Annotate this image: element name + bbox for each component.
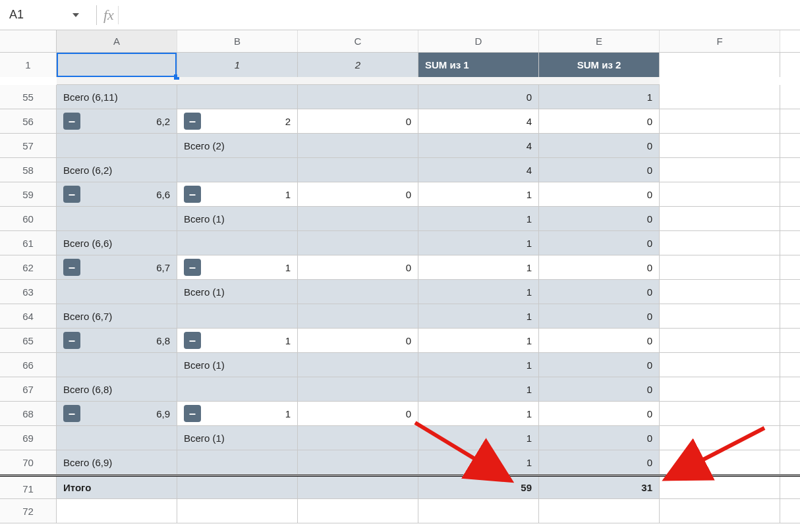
row-header[interactable]: 72 — [0, 499, 57, 523]
cell[interactable]: 0 — [539, 280, 660, 304]
cell[interactable] — [660, 182, 780, 206]
cell[interactable] — [660, 377, 780, 401]
row-header[interactable]: 66 — [0, 353, 57, 377]
cell[interactable]: 0 — [539, 109, 660, 133]
cell[interactable]: –6,9 — [57, 402, 177, 425]
cell[interactable] — [298, 499, 418, 523]
cell[interactable] — [660, 329, 780, 352]
cell[interactable]: 1 — [418, 207, 539, 230]
cell[interactable] — [298, 426, 418, 450]
cell[interactable] — [177, 304, 298, 328]
cell[interactable]: –6,7 — [57, 255, 177, 279]
cell[interactable]: 1 — [418, 353, 539, 377]
cell[interactable]: –1 — [177, 402, 298, 425]
cell[interactable]: –6,2 — [57, 109, 177, 133]
cell[interactable]: 1 — [418, 182, 539, 206]
cell[interactable] — [298, 280, 418, 304]
collapse-button[interactable]: – — [184, 259, 201, 276]
cell[interactable] — [57, 353, 177, 377]
collapse-button[interactable]: – — [63, 259, 80, 276]
cell[interactable] — [298, 450, 418, 474]
cell[interactable]: 0 — [539, 426, 660, 450]
cell[interactable] — [660, 304, 780, 328]
cell[interactable] — [57, 134, 177, 157]
cell[interactable] — [298, 158, 418, 182]
row-header[interactable]: 63 — [0, 280, 57, 304]
cell[interactable]: –1 — [177, 182, 298, 206]
cell-C1[interactable]: 2 — [298, 53, 418, 77]
cell[interactable] — [177, 450, 298, 474]
cell[interactable] — [57, 426, 177, 450]
cell[interactable]: 4 — [418, 158, 539, 182]
cell[interactable] — [57, 280, 177, 304]
cell[interactable] — [177, 499, 298, 523]
row-header[interactable]: 67 — [0, 377, 57, 401]
col-header-C[interactable]: C — [298, 30, 418, 52]
row-header[interactable]: 1 — [0, 53, 57, 77]
cell[interactable] — [177, 231, 298, 255]
cell[interactable]: 1 — [418, 377, 539, 401]
cell[interactable]: 1 — [539, 85, 660, 109]
cell[interactable] — [298, 134, 418, 157]
collapse-button[interactable]: – — [184, 405, 201, 422]
row-header[interactable]: 61 — [0, 231, 57, 255]
row-header[interactable]: 70 — [0, 450, 57, 474]
col-header-F[interactable]: F — [660, 30, 780, 52]
cell[interactable]: 1 — [418, 402, 539, 425]
row-header[interactable]: 55 — [0, 85, 57, 109]
cell[interactable] — [660, 255, 780, 279]
cell[interactable]: Итого — [57, 477, 177, 498]
cell[interactable]: –1 — [177, 329, 298, 352]
cell[interactable]: 0 — [539, 377, 660, 401]
cell[interactable] — [177, 158, 298, 182]
col-header-D[interactable]: D — [418, 30, 539, 52]
cell[interactable]: Всего (1) — [177, 207, 298, 230]
cell[interactable]: Всего (6,7) — [57, 304, 177, 328]
col-header-A[interactable]: A — [57, 30, 177, 52]
cell[interactable]: 0 — [539, 450, 660, 474]
cell[interactable]: 0 — [539, 255, 660, 279]
cell[interactable]: 0 — [539, 329, 660, 352]
cell[interactable]: Всего (6,2) — [57, 158, 177, 182]
cell[interactable] — [298, 377, 418, 401]
cell[interactable] — [660, 158, 780, 182]
cell-F1[interactable] — [660, 53, 780, 77]
cell[interactable] — [177, 377, 298, 401]
cell[interactable]: 0 — [539, 134, 660, 157]
name-box[interactable] — [4, 5, 82, 24]
collapse-button[interactable]: – — [63, 186, 80, 203]
cell[interactable]: 0 — [539, 402, 660, 425]
cell[interactable] — [660, 353, 780, 377]
cell[interactable]: 1 — [418, 426, 539, 450]
cell[interactable] — [660, 499, 780, 523]
row-header[interactable]: 57 — [0, 134, 57, 157]
cell[interactable]: 0 — [298, 182, 418, 206]
cell[interactable] — [177, 85, 298, 109]
row-header[interactable]: 64 — [0, 304, 57, 328]
cell-D1[interactable]: SUM из 1 — [418, 53, 539, 77]
row-header[interactable]: 62 — [0, 255, 57, 279]
cell[interactable] — [298, 207, 418, 230]
row-header[interactable]: 69 — [0, 426, 57, 450]
col-header-B[interactable]: B — [177, 30, 298, 52]
cell[interactable]: 1 — [418, 329, 539, 352]
cell[interactable]: Всего (6,9) — [57, 450, 177, 474]
cell[interactable]: 0 — [298, 329, 418, 352]
col-header-E[interactable]: E — [539, 30, 660, 52]
cell[interactable]: 0 — [539, 231, 660, 255]
row-header[interactable]: 71 — [0, 477, 57, 498]
row-header[interactable]: 60 — [0, 207, 57, 230]
cell[interactable] — [298, 85, 418, 109]
cell[interactable]: 0 — [539, 304, 660, 328]
cell-E1[interactable]: SUM из 2 — [539, 53, 660, 77]
cell[interactable] — [177, 477, 298, 498]
cell[interactable]: –1 — [177, 255, 298, 279]
row-header[interactable]: 56 — [0, 109, 57, 133]
cell[interactable]: Всего (1) — [177, 280, 298, 304]
cell[interactable]: 0 — [298, 255, 418, 279]
cell[interactable] — [660, 231, 780, 255]
collapse-button[interactable]: – — [63, 113, 80, 130]
cell[interactable] — [660, 426, 780, 450]
cell[interactable] — [660, 450, 780, 474]
cell[interactable]: Всего (1) — [177, 353, 298, 377]
